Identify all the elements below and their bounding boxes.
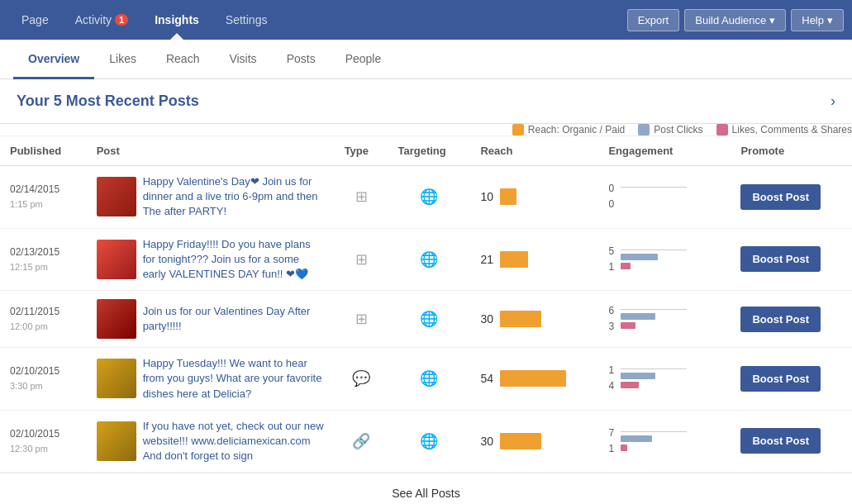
legend-reach: Reach: Organic / Paid <box>512 124 625 136</box>
section-header: Your 5 Most Recent Posts › <box>0 79 852 124</box>
table-row: 02/10/201512:30 pm If you have not yet, … <box>0 410 852 473</box>
post-text: If you have not yet, check out our new w… <box>143 419 325 464</box>
post-reach-cell: 30 <box>470 291 598 348</box>
post-date: 02/14/20151:15 pm <box>10 182 77 212</box>
boost-post-button[interactable]: Boost Post <box>740 428 821 454</box>
comment-type-icon: 💬 <box>352 370 370 387</box>
sub-nav-people[interactable]: People <box>331 40 397 79</box>
top-nav-activity[interactable]: Activity 1 <box>62 0 141 40</box>
top-nav-left: Page Activity 1 Insights Settings <box>8 0 280 40</box>
eng-top-num: 5 <box>608 244 614 259</box>
reach-bar <box>500 370 566 387</box>
post-time: 1:15 pm <box>10 199 43 209</box>
post-thumbnail <box>97 177 136 216</box>
post-content-cell: Happy Valentine's Day❤ Join us for dinne… <box>97 174 325 220</box>
sub-nav-likes[interactable]: Likes <box>94 40 151 79</box>
post-engagement-cell: 7 1 <box>598 410 731 473</box>
sub-nav-reach[interactable]: Reach <box>151 40 214 79</box>
eng-bottom-num: 1 <box>608 259 614 275</box>
post-engagement-cell: 5 1 <box>598 228 731 291</box>
post-date: 02/10/20153:30 pm <box>10 364 77 393</box>
post-clicks-bar <box>621 313 655 320</box>
engagement-divider <box>621 309 687 310</box>
post-date: 02/13/201512:15 pm <box>10 245 77 274</box>
table-header-row: Published Post Type Targeting Reach Enga… <box>0 136 852 166</box>
globe-icon: 🌐 <box>420 311 438 327</box>
engagement-bars <box>621 313 687 329</box>
sub-nav-visits[interactable]: Visits <box>214 40 271 79</box>
engagement-divider <box>621 368 687 369</box>
build-audience-chevron-icon: ▾ <box>769 14 775 26</box>
post-content-cell: Happy Tuesday!!! We want to hear from yo… <box>97 356 325 402</box>
export-button[interactable]: Export <box>627 9 680 31</box>
eng-bottom-num: 3 <box>608 319 614 335</box>
post-engagement-cell: 0 0 <box>598 166 731 229</box>
table-row: 02/10/20153:30 pm Happy Tuesday!!! We wa… <box>0 348 852 411</box>
th-type: Type <box>335 136 388 166</box>
engagement-numbers: 6 3 <box>608 303 614 335</box>
sub-nav-overview[interactable]: Overview <box>13 40 94 79</box>
legend-post-clicks: Post Clicks <box>638 124 702 136</box>
post-clicks-bar <box>621 373 655 379</box>
post-targeting-cell: 🌐 <box>388 228 470 291</box>
image-type-icon: ⊞ <box>355 311 368 327</box>
post-reach-cell: 54 <box>470 348 598 411</box>
th-targeting: Targeting <box>388 136 470 166</box>
likes-comments-shares-bar <box>621 263 631 269</box>
post-clicks-bar <box>621 435 652 442</box>
build-audience-button[interactable]: Build Audience ▾ <box>684 9 786 31</box>
top-nav-page[interactable]: Page <box>8 0 62 40</box>
reach-bar <box>500 311 541 327</box>
top-navigation: Page Activity 1 Insights Settings Export… <box>0 0 852 40</box>
sub-nav-posts[interactable]: Posts <box>272 40 331 79</box>
top-nav-settings[interactable]: Settings <box>212 0 281 40</box>
post-time: 3:30 pm <box>10 381 43 391</box>
eng-bottom-num: 0 <box>608 197 614 212</box>
image-type-icon: ⊞ <box>355 251 368 268</box>
post-content-cell: Happy Friday!!!! Do you have plans for t… <box>97 237 325 283</box>
post-thumbnail <box>97 299 136 339</box>
post-thumbnail <box>97 240 136 279</box>
engagement-numbers: 5 1 <box>608 244 614 275</box>
boost-post-button[interactable]: Boost Post <box>740 366 821 392</box>
eng-bottom-num: 1 <box>608 441 614 457</box>
post-thumbnail <box>97 359 136 398</box>
section-expand-icon[interactable]: › <box>831 93 835 110</box>
reach-number: 54 <box>480 372 493 385</box>
engagement-divider <box>621 187 687 188</box>
top-nav-insights[interactable]: Insights <box>141 0 212 40</box>
likes-comments-shares-bar <box>621 445 627 451</box>
post-reach-cell: 30 <box>470 410 598 473</box>
post-date: 02/11/201512:00 pm <box>10 304 77 334</box>
engagement-bars <box>621 435 687 451</box>
legend-clicks-color <box>638 124 650 136</box>
boost-post-button[interactable]: Boost Post <box>740 184 821 210</box>
post-reach-cell: 21 <box>470 228 598 291</box>
table-row: 02/13/201512:15 pm Happy Friday!!!! Do y… <box>0 228 852 291</box>
th-reach: Reach <box>470 136 598 166</box>
post-clicks-bar <box>621 254 658 260</box>
post-content-cell: If you have not yet, check out our new w… <box>97 419 325 464</box>
likes-comments-shares-bar <box>621 382 639 388</box>
post-text: Happy Tuesday!!! We want to hear from yo… <box>143 356 325 402</box>
help-button[interactable]: Help ▾ <box>791 9 844 31</box>
table-footer: See All Posts <box>0 473 852 504</box>
post-time: 12:30 pm <box>10 444 48 454</box>
engagement-bars <box>621 254 687 269</box>
see-all-posts-link[interactable]: See All Posts <box>392 487 460 500</box>
reach-number: 21 <box>480 253 493 266</box>
post-engagement-cell: 1 4 <box>598 348 731 411</box>
table-row: 02/14/20151:15 pm Happy Valentine's Day❤… <box>0 166 852 229</box>
image-type-icon: ⊞ <box>355 188 368 205</box>
post-targeting-cell: 🌐 <box>388 291 470 348</box>
legend-likes-color <box>716 124 728 136</box>
posts-table: Published Post Type Targeting Reach Enga… <box>0 136 852 473</box>
post-promote-cell: Boost Post <box>731 166 852 229</box>
chart-legend: Reach: Organic / Paid Post Clicks Likes,… <box>0 124 852 136</box>
boost-post-button[interactable]: Boost Post <box>740 246 821 272</box>
boost-post-button[interactable]: Boost Post <box>740 307 821 332</box>
engagement-numbers: 0 0 <box>608 181 614 212</box>
globe-icon: 🌐 <box>420 251 438 268</box>
reach-bar <box>500 188 516 205</box>
th-published: Published <box>0 136 87 166</box>
